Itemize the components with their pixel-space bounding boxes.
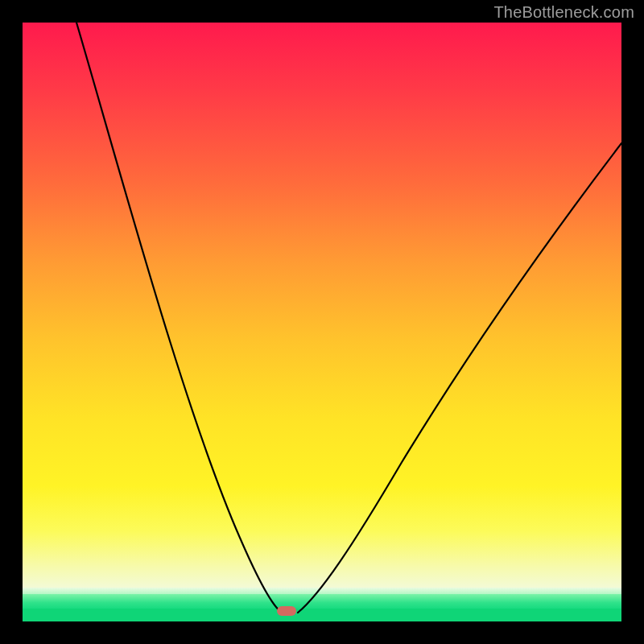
chart-frame: TheBottleneck.com <box>0 0 644 644</box>
plot-area <box>23 23 621 621</box>
curve-layer <box>23 23 621 621</box>
watermark-text: TheBottleneck.com <box>493 3 634 22</box>
curve-right-branch <box>298 143 621 613</box>
min-marker <box>277 606 296 616</box>
curve-left-branch <box>76 23 282 613</box>
